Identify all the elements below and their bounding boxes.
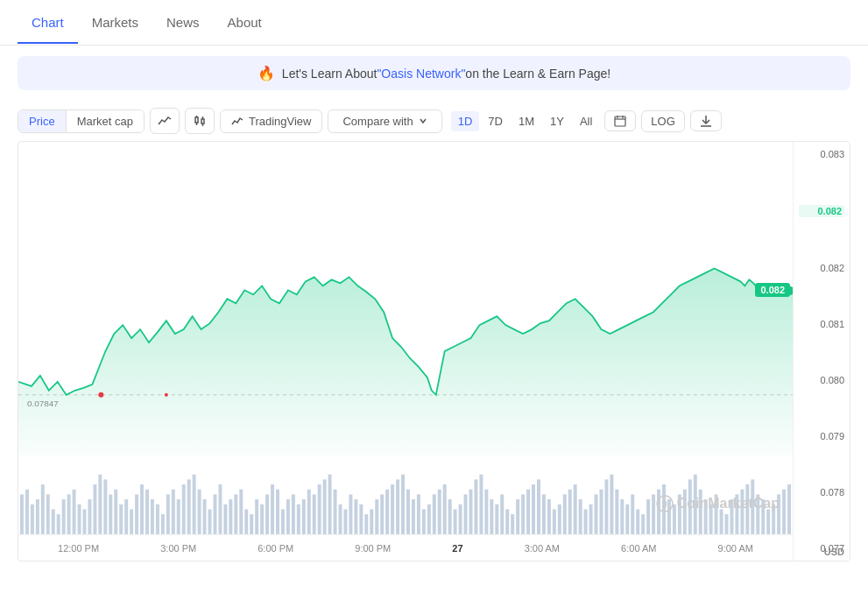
svg-rect-54 [218, 484, 222, 534]
tab-news[interactable]: News [152, 3, 214, 44]
fire-icon: 🔥 [258, 65, 275, 81]
svg-text:0.07847: 0.07847 [27, 399, 59, 408]
svg-rect-45 [172, 490, 175, 534]
svg-rect-126 [595, 495, 598, 534]
svg-rect-44 [166, 495, 170, 534]
svg-rect-103 [474, 480, 477, 534]
tab-chart[interactable]: Chart [18, 3, 78, 44]
svg-rect-62 [260, 505, 264, 534]
time-all-button[interactable]: All [573, 111, 599, 131]
calendar-button[interactable] [604, 110, 636, 131]
svg-rect-137 [652, 495, 655, 534]
svg-rect-133 [631, 495, 634, 534]
svg-rect-28 [83, 510, 87, 534]
svg-rect-127 [599, 490, 603, 534]
y-label-0078: 0.078 [799, 487, 844, 498]
download-icon [700, 115, 712, 127]
svg-rect-92 [417, 495, 420, 534]
svg-rect-76 [334, 490, 337, 534]
svg-rect-38 [135, 495, 138, 534]
banner-text-before: Let's Learn About [282, 67, 378, 81]
svg-rect-97 [443, 484, 447, 534]
svg-rect-104 [479, 475, 483, 534]
svg-rect-108 [500, 495, 504, 534]
market-cap-button[interactable]: Market cap [67, 110, 144, 132]
svg-rect-49 [193, 475, 196, 534]
svg-rect-47 [182, 484, 186, 534]
svg-rect-88 [396, 480, 399, 534]
svg-rect-87 [391, 484, 394, 534]
line-chart-icon [158, 114, 172, 128]
svg-rect-94 [427, 505, 431, 534]
price-button[interactable]: Price [18, 110, 67, 132]
svg-rect-39 [140, 484, 144, 534]
svg-rect-117 [547, 499, 551, 534]
svg-rect-0 [195, 117, 198, 123]
price-chart: 0.07847 0.082 [18, 141, 850, 561]
svg-rect-70 [302, 499, 306, 534]
svg-point-14 [165, 393, 168, 397]
tab-about[interactable]: About [214, 3, 276, 44]
svg-rect-50 [198, 490, 201, 534]
x-label-900pm: 9:00 PM [355, 543, 391, 554]
svg-rect-24 [62, 499, 66, 534]
svg-rect-20 [41, 484, 45, 534]
svg-rect-101 [464, 495, 468, 534]
svg-rect-122 [574, 484, 577, 534]
svg-rect-84 [375, 499, 378, 534]
svg-rect-6 [615, 116, 625, 126]
tab-markets[interactable]: Markets [78, 3, 152, 44]
time-1y-button[interactable]: 1Y [543, 111, 571, 131]
price-marketcap-toggle: Price Market cap [18, 109, 145, 133]
svg-rect-120 [563, 495, 567, 534]
svg-rect-57 [234, 495, 237, 534]
y-label-0083: 0.083 [799, 149, 844, 159]
svg-rect-80 [354, 499, 357, 534]
svg-rect-33 [109, 495, 112, 534]
svg-rect-65 [276, 490, 279, 534]
svg-rect-32 [103, 480, 107, 534]
time-7d-button[interactable]: 7D [481, 111, 510, 131]
banner-link[interactable]: "Oasis Network" [377, 67, 465, 81]
time-1d-button[interactable]: 1D [451, 111, 480, 131]
svg-rect-75 [328, 475, 332, 534]
learn-earn-banner: 🔥 Let's Learn About "Oasis Network" on t… [18, 56, 850, 90]
svg-rect-26 [73, 490, 76, 534]
svg-rect-113 [526, 490, 530, 534]
trading-view-button[interactable]: TradingView [220, 109, 323, 133]
y-label-0079: 0.079 [799, 431, 844, 441]
svg-rect-100 [459, 505, 462, 534]
line-chart-icon-button[interactable] [150, 108, 180, 134]
svg-rect-58 [239, 490, 243, 534]
svg-rect-129 [610, 475, 613, 534]
svg-rect-110 [511, 514, 514, 534]
svg-rect-63 [265, 495, 269, 534]
svg-rect-16 [20, 495, 24, 534]
chart-toolbar: Price Market cap TradingView Compare wit… [0, 101, 868, 141]
watermark-text: CoinMarketCap [677, 496, 780, 512]
log-button[interactable]: LOG [641, 110, 684, 132]
compare-with-button[interactable]: Compare with [328, 109, 441, 133]
svg-rect-82 [364, 514, 368, 534]
usd-label: USD [824, 547, 844, 557]
svg-rect-95 [433, 495, 436, 534]
svg-rect-68 [292, 495, 295, 534]
svg-rect-22 [52, 510, 55, 534]
svg-rect-111 [516, 499, 519, 534]
svg-rect-159 [766, 510, 770, 534]
svg-rect-41 [151, 499, 154, 534]
svg-rect-31 [98, 475, 102, 534]
x-axis: 12:00 PM 3:00 PM 6:00 PM 9:00 PM 27 3:00… [18, 534, 793, 561]
calendar-icon [614, 115, 626, 127]
svg-rect-96 [438, 490, 441, 534]
svg-rect-90 [406, 490, 410, 534]
download-button[interactable] [690, 110, 722, 131]
time-1m-button[interactable]: 1M [512, 111, 541, 131]
svg-rect-150 [720, 510, 723, 534]
x-label-600am: 6:00 AM [621, 543, 656, 554]
svg-rect-71 [307, 490, 311, 534]
svg-rect-29 [88, 499, 91, 534]
candlestick-chart-icon-button[interactable] [185, 108, 215, 134]
svg-rect-124 [584, 510, 588, 534]
svg-rect-23 [57, 514, 60, 534]
